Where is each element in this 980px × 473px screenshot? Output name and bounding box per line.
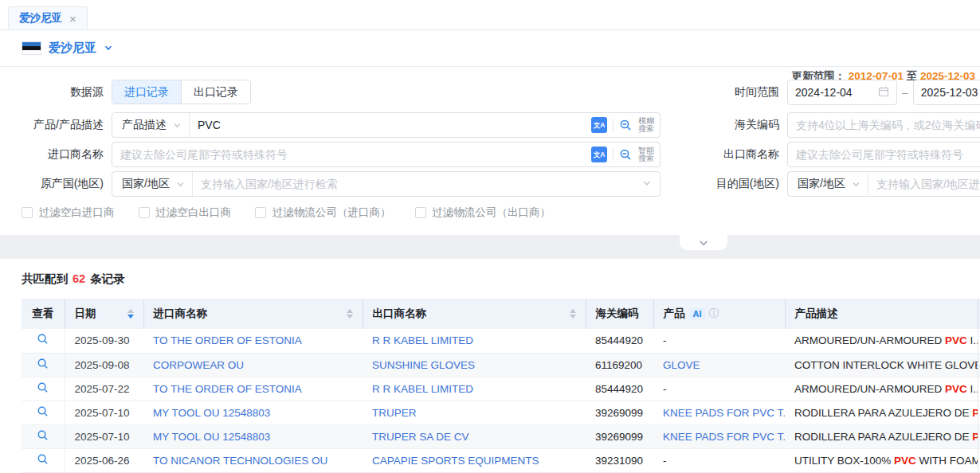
chevron-down-icon — [852, 180, 860, 189]
product-cell: KNEE PADS FOR PVC T... — [653, 424, 785, 448]
smart-search-label[interactable]: 智能搜索 — [638, 147, 654, 163]
destination-type-selected: 国家/地区 — [798, 177, 845, 191]
sort-date-control[interactable] — [127, 309, 134, 319]
destination-country-input[interactable] — [868, 178, 980, 190]
page-title[interactable]: 爱沙尼亚 — [49, 41, 96, 56]
product-link[interactable]: KNEE PADS FOR PVC T... — [663, 407, 785, 419]
product-search-box: 产品描述 文A 模糊搜索 — [112, 112, 661, 138]
chevron-down-icon — [173, 121, 182, 130]
checkbox-filter-blank-exporter[interactable]: 过滤空白出口商 — [139, 205, 232, 220]
fuzzy-search-label[interactable]: 模糊搜索 — [638, 117, 654, 134]
hs-code-cell: 39231090 — [586, 448, 653, 472]
product-type-selected: 产品描述 — [122, 118, 167, 132]
table-row: 2025-09-30 TO THE ORDER OF ESTONIA R R K… — [22, 329, 980, 353]
origin-type-selected: 国家/地区 — [122, 177, 170, 191]
destination-type-select[interactable]: 国家/地区 — [788, 172, 868, 196]
exporter-link[interactable]: R R KABEL LIMITED — [372, 334, 473, 346]
importer-link[interactable]: CORPOWEAR OU — [153, 359, 244, 371]
data-source-toggle: 进口记录 出口记录 — [112, 80, 251, 104]
hs-code-box — [787, 112, 980, 138]
origin-country-box: 国家/地区 — [112, 171, 661, 197]
tab-close-icon[interactable]: × — [69, 13, 76, 25]
importer-link[interactable]: TO NICANOR TECHNOLOGIES OU — [153, 455, 327, 467]
checkbox-filter-logistics-exporter[interactable]: 过滤物流公司（出口商） — [415, 205, 551, 220]
exporter-link[interactable]: TRUPER — [372, 407, 417, 419]
view-record-icon[interactable] — [37, 453, 49, 466]
toggle-import-records[interactable]: 进口记录 — [112, 80, 181, 104]
view-record-icon[interactable] — [37, 358, 49, 370]
sort-importer-control[interactable] — [347, 309, 353, 319]
filter-checkbox-row: 过滤空白进口商 过滤空白出口商 过滤物流公司（进口商） 过滤物流公司（出口商） — [22, 205, 551, 220]
results-summary: 共匹配到 62 条记录 — [22, 272, 980, 287]
exporter-link[interactable]: TRUPER SA DE CV — [372, 431, 469, 443]
page-header: 爱沙尼亚 — [0, 30, 980, 67]
importer-link[interactable]: MY TOOL OU 12548803 — [153, 431, 270, 443]
tab-estonia[interactable]: 爱沙尼亚 × — [8, 6, 88, 29]
product-cell: - — [653, 377, 785, 401]
destination-country-box: 国家/地区 — [787, 171, 980, 197]
product-type-select[interactable]: 产品描述 — [112, 113, 190, 137]
importer-link[interactable]: TO THE ORDER OF ESTONIA — [153, 334, 302, 346]
header-exporter[interactable]: 出口商名称 — [363, 299, 586, 329]
fuzzy-search-icon[interactable] — [619, 119, 633, 132]
origin-country-label: 原产国(地区) — [0, 177, 112, 191]
table-row: 2025-09-08 CORPOWEAR OU SUNSHINE GLOVES … — [22, 353, 980, 377]
checkbox-filter-logistics-importer[interactable]: 过滤物流公司（进口商） — [255, 205, 391, 220]
header-hs-code: 海关编码 — [586, 299, 653, 329]
collapse-panel-button[interactable] — [680, 235, 727, 250]
date-range-separator: – — [897, 86, 913, 99]
toggle-export-records[interactable]: 出口记录 — [181, 80, 250, 104]
exporter-search-input[interactable] — [788, 148, 980, 161]
smart-search-icon[interactable] — [619, 148, 633, 162]
importer-search-input[interactable] — [112, 148, 591, 161]
product-link[interactable]: GLOVE — [663, 359, 700, 371]
checkbox-icon[interactable] — [415, 207, 426, 218]
ai-badge: AI — [690, 308, 705, 319]
chevron-down-icon — [698, 237, 709, 248]
chevron-down-icon — [176, 180, 185, 189]
sort-exporter-control[interactable] — [570, 309, 576, 319]
header-date[interactable]: 日期 — [65, 299, 143, 329]
header-importer[interactable]: 进口商名称 — [143, 299, 363, 329]
results-table-wrap: 查看 日期 进口商名称 出口商名称 海关编码 产品A — [22, 299, 980, 473]
exporter-link[interactable]: SUNSHINE GLOVES — [372, 359, 475, 371]
info-icon[interactable]: ⓘ — [709, 307, 719, 319]
chevron-down-icon[interactable] — [642, 178, 660, 190]
chevron-down-icon[interactable] — [104, 42, 113, 55]
origin-type-select[interactable]: 国家/地区 — [112, 172, 193, 196]
view-record-icon[interactable] — [37, 405, 49, 418]
translate-icon[interactable]: 文A — [591, 117, 607, 133]
date-cell: 2025-07-22 — [65, 377, 143, 401]
exporter-link[interactable]: CAPAPIE SPORTS EQUIPMENTS — [372, 455, 539, 467]
exporter-link[interactable]: R R KABEL LIMITED — [372, 383, 473, 395]
destination-country-label: 目的国(地区) — [711, 177, 787, 191]
origin-country-input[interactable] — [193, 178, 642, 190]
product-link[interactable]: KNEE PADS FOR PVC T... — [663, 431, 785, 443]
header-product-desc: 产品描述 — [785, 299, 978, 329]
checkbox-filter-blank-importer[interactable]: 过滤空白进口商 — [22, 205, 115, 220]
date-cell: 2025-07-10 — [65, 401, 143, 424]
estonia-flag-icon — [22, 41, 41, 55]
importer-link[interactable]: MY TOOL OU 12548803 — [153, 407, 270, 419]
hs-code-input[interactable] — [788, 119, 980, 131]
date-cell: 2025-07-10 — [65, 424, 143, 448]
checkbox-icon[interactable] — [255, 207, 266, 218]
checkbox-icon[interactable] — [22, 207, 33, 218]
hs-code-cell: 85444920 — [586, 377, 653, 401]
view-record-icon[interactable] — [37, 429, 49, 442]
importer-search-box: 文A 智能搜索 — [112, 142, 661, 167]
hs-code-cell: 85444920 — [586, 329, 653, 353]
translate-icon[interactable]: 文A — [591, 147, 607, 162]
product-search-input[interactable] — [190, 119, 591, 131]
view-record-icon[interactable] — [37, 333, 49, 346]
time-range-end-value: 2025-12-03 — [921, 86, 980, 99]
summary-suffix: 条记录 — [90, 272, 125, 287]
time-range-end-input[interactable]: 2025-12-03 — [913, 80, 980, 105]
tab-bar: 爱沙尼亚 × — [0, 0, 980, 30]
view-record-icon[interactable] — [37, 381, 49, 394]
table-row: 2025-07-22 TO THE ORDER OF ESTONIA R R K… — [22, 377, 980, 401]
importer-link[interactable]: TO THE ORDER OF ESTONIA — [153, 383, 302, 395]
checkbox-icon[interactable] — [139, 207, 150, 218]
product-desc-cell: UTILITY BOX-100% PVC WITH FOAM — [785, 448, 978, 472]
time-range-start-input[interactable]: 2024-12-04 — [787, 80, 897, 105]
